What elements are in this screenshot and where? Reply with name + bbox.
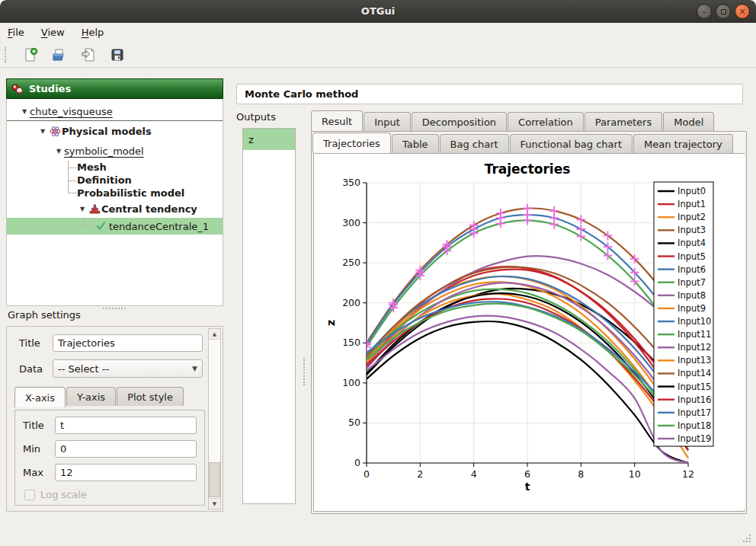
menu-help[interactable]: Help xyxy=(82,27,104,38)
subtab-table[interactable]: Table xyxy=(392,134,439,153)
menu-bar: File View Help xyxy=(0,23,756,42)
menu-file[interactable]: File xyxy=(8,27,24,38)
studies-panel-title: Studies xyxy=(29,83,71,94)
tab-decomposition[interactable]: Decomposition xyxy=(412,112,507,131)
graph-data-label: Data xyxy=(19,363,46,375)
dock-splitter-handle[interactable] xyxy=(103,308,126,309)
y-tick-label: 0 xyxy=(354,457,360,468)
graph-settings-scrollbar[interactable]: ▲ ▼ xyxy=(208,328,221,509)
output-item-z[interactable]: z xyxy=(243,129,295,150)
title-bar[interactable]: OTGui – ✕ xyxy=(0,0,756,23)
tab-parameters[interactable]: Parameters xyxy=(585,112,662,131)
log-scale-checkbox[interactable] xyxy=(24,490,35,500)
gs-tab-plot-style[interactable]: Plot style xyxy=(117,387,184,406)
trajectories-chart[interactable]: 024681012050100150200250300350Trajectori… xyxy=(315,155,745,509)
subtab-mean-trajectory[interactable]: Mean trajectory xyxy=(633,134,733,153)
open-folder-icon xyxy=(52,47,67,62)
legend-label: Input18 xyxy=(678,420,711,431)
minimize-button[interactable]: – xyxy=(697,4,712,19)
legend-label: Input7 xyxy=(678,277,706,288)
window-resize-grip[interactable] xyxy=(742,534,751,543)
tree-item-label: chute_visqueuse xyxy=(30,106,113,117)
tree-item-probabilistic-model[interactable]: Probabilistic model xyxy=(7,187,223,200)
tree-item-mesh[interactable]: Mesh xyxy=(7,161,223,174)
studies-balls-icon xyxy=(11,83,24,95)
y-axis-label: z xyxy=(325,320,337,326)
x-axis-title-input[interactable]: t xyxy=(55,417,197,434)
scrollbar-thumb[interactable] xyxy=(209,462,220,497)
subtab-functional-bag-chart[interactable]: Functional bag chart xyxy=(510,134,633,153)
graph-data-select[interactable]: -- Select -- ▼ xyxy=(53,359,203,378)
tree-branch-line xyxy=(68,161,77,174)
x-tick-label: 12 xyxy=(682,468,694,480)
minimize-icon: – xyxy=(702,8,706,16)
scroll-up-icon[interactable]: ▲ xyxy=(209,329,220,340)
scroll-down-icon[interactable]: ▼ xyxy=(209,498,220,509)
tab-input[interactable]: Input xyxy=(364,112,411,131)
maximize-icon xyxy=(721,9,726,14)
expander-arrow-icon[interactable]: ▼ xyxy=(19,108,30,115)
x-tick-label: 0 xyxy=(364,468,370,480)
gs-tab-x-axis[interactable]: X-axis xyxy=(14,387,66,407)
tree-item-tendancecentrale-1[interactable]: tendanceCentrale_1 xyxy=(7,218,223,235)
tree-item-definition[interactable]: Definition xyxy=(7,174,223,187)
import-script-button[interactable] xyxy=(80,46,97,63)
graph-settings-label: Graph settings xyxy=(8,309,81,321)
y-tick-label: 300 xyxy=(342,217,360,228)
expander-arrow-icon[interactable]: ▼ xyxy=(53,148,64,155)
legend-label: Input14 xyxy=(678,368,711,378)
maximize-button[interactable] xyxy=(716,4,731,19)
result-pane: TrajectoriesTableBag chartFunctional bag… xyxy=(311,131,747,514)
legend-label: Input11 xyxy=(678,329,711,340)
window-title: OTGui xyxy=(0,0,756,23)
close-icon: ✕ xyxy=(738,8,745,16)
graph-title-input[interactable]: Trajectories xyxy=(53,334,203,352)
tab-correlation[interactable]: Correlation xyxy=(508,112,584,131)
legend-label: Input4 xyxy=(678,238,706,248)
tree-item-physical-models[interactable]: ▼Physical models xyxy=(7,121,223,141)
legend-label: Input8 xyxy=(678,290,706,301)
tree-item-label: Physical models xyxy=(62,126,152,137)
y-tick-label: 250 xyxy=(342,257,360,268)
main-tab-bar: ResultInputDecompositionCorrelationParam… xyxy=(311,110,747,131)
legend-label: Input12 xyxy=(678,342,711,353)
save-floppy-icon xyxy=(110,47,125,62)
atom-icon-wrap xyxy=(48,126,62,137)
check-icon-wrap xyxy=(95,221,109,231)
menu-view[interactable]: View xyxy=(41,27,65,38)
x-axis-max-input[interactable]: 12 xyxy=(55,464,197,481)
trajectories-pane: 024681012050100150200250300350Trajectori… xyxy=(313,153,745,512)
tree-item-label: Definition xyxy=(77,174,132,186)
outputs-splitter-handle[interactable] xyxy=(303,358,305,385)
close-button[interactable]: ✕ xyxy=(735,4,750,19)
legend-label: Input1 xyxy=(678,199,706,209)
tree-item-central-tendency[interactable]: ▼Central tendency xyxy=(7,200,223,218)
tree-item-chute-visqueuse[interactable]: ▼chute_visqueuse xyxy=(7,103,223,121)
tab-model[interactable]: Model xyxy=(663,112,714,131)
open-study-button[interactable] xyxy=(51,46,68,63)
new-study-button[interactable] xyxy=(22,46,39,63)
expander-arrow-icon[interactable]: ▼ xyxy=(77,206,88,212)
y-tick-label: 100 xyxy=(342,377,360,388)
legend-label: Input10 xyxy=(678,316,711,327)
tree-item-symbolic-model[interactable]: ▼symbolic_model xyxy=(7,141,223,161)
tree-item-label: symbolic_model xyxy=(64,145,144,157)
analysis-title: Monte Carlo method xyxy=(236,84,743,104)
gs-tab-y-axis[interactable]: Y-axis xyxy=(66,387,116,406)
x-tick-label: 10 xyxy=(629,468,641,480)
save-study-button[interactable] xyxy=(109,46,126,63)
legend-label: Input6 xyxy=(678,264,706,275)
legend-label: Input13 xyxy=(678,355,711,366)
subtab-trajectories[interactable]: Trajectories xyxy=(312,133,391,153)
toolbar-drag-handle[interactable] xyxy=(5,47,7,62)
tab-result[interactable]: Result xyxy=(311,110,363,131)
y-tick-label: 350 xyxy=(342,177,360,188)
log-scale-label: Log scale xyxy=(40,489,87,500)
x-axis-title-label: Title xyxy=(23,420,50,431)
expander-arrow-icon[interactable]: ▼ xyxy=(37,128,48,135)
subtab-bag-chart[interactable]: Bag chart xyxy=(440,134,509,153)
legend-label: Input3 xyxy=(678,225,706,235)
atom-icon xyxy=(50,126,61,137)
chevron-down-icon: ▼ xyxy=(192,365,197,372)
x-axis-min-input[interactable]: 0 xyxy=(55,440,197,458)
